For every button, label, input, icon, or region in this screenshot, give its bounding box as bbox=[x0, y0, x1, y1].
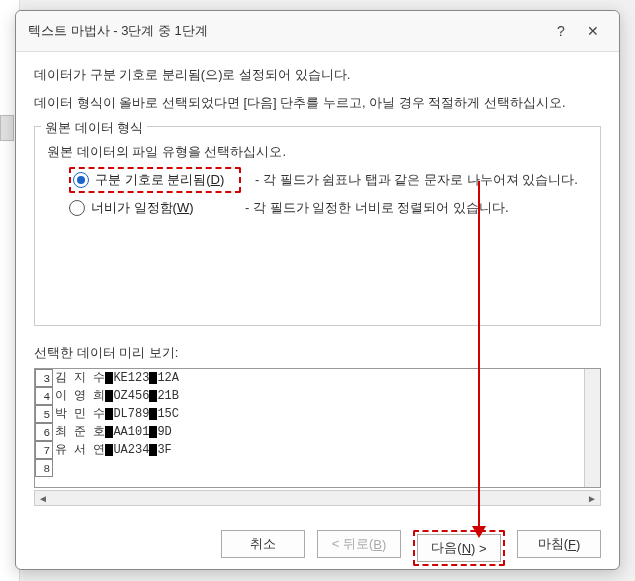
preview-row: 6최 준 호AA1019D bbox=[35, 423, 600, 441]
info-text-1: 데이터가 구분 기호로 분리됨(으)로 설정되어 있습니다. bbox=[34, 66, 601, 84]
cancel-button[interactable]: 취소 bbox=[221, 530, 305, 558]
scroll-left-icon[interactable]: ◄ bbox=[35, 490, 51, 506]
titlebar: 텍스트 마법사 - 3단계 중 1단계 ? ✕ bbox=[16, 11, 619, 52]
radio-row-delimited[interactable]: 구분 기호로 분리됨(D) - 각 필드가 쉼표나 탭과 같은 문자로 나누어져… bbox=[47, 167, 588, 193]
preview-row: 8 bbox=[35, 459, 600, 477]
scroll-right-icon[interactable]: ► bbox=[584, 490, 600, 506]
preview-scrollbar-vertical[interactable] bbox=[584, 369, 600, 487]
radio-fixedwidth-desc: - 각 필드가 일정한 너비로 정렬되어 있습니다. bbox=[245, 199, 509, 217]
preview-row-text: 박 민 수DL78915C bbox=[53, 405, 179, 423]
groupbox-title: 원본 데이터 형식 bbox=[41, 119, 147, 137]
sheet-row-header bbox=[0, 115, 14, 141]
dialog-body: 데이터가 구분 기호로 분리됨(으)로 설정되어 있습니다. 데이터 형식이 올… bbox=[16, 52, 619, 518]
annotation-arrow-line bbox=[478, 181, 480, 529]
preview-row: 3김 지 수KE12312A bbox=[35, 369, 600, 387]
radio-fixedwidth[interactable] bbox=[69, 200, 85, 216]
button-row: 취소 < 뒤로(B) 다음(N) > 마침(F) bbox=[16, 518, 619, 580]
radio-delimited-label: 구분 기호로 분리됨(D) bbox=[95, 171, 235, 189]
radio-row-fixedwidth[interactable]: 너비가 일정함(W) - 각 필드가 일정한 너비로 정렬되어 있습니다. bbox=[47, 199, 588, 217]
preview-row-text bbox=[53, 459, 55, 477]
preview-row-number: 3 bbox=[35, 369, 53, 387]
preview-row-number: 7 bbox=[35, 441, 53, 459]
preview-row-text: 김 지 수KE12312A bbox=[53, 369, 179, 387]
info-text-2: 데이터 형식이 올바로 선택되었다면 [다음] 단추를 누르고, 아닐 경우 적… bbox=[34, 94, 601, 112]
preview-scrollbar-horizontal[interactable]: ◄ ► bbox=[34, 490, 601, 506]
radio-delimited-desc: - 각 필드가 쉼표나 탭과 같은 문자로 나누어져 있습니다. bbox=[255, 171, 578, 189]
close-button[interactable]: ✕ bbox=[579, 19, 607, 43]
annotation-highlight-delimited: 구분 기호로 분리됨(D) bbox=[69, 167, 241, 193]
groupbox-instruction: 원본 데이터의 파일 유형을 선택하십시오. bbox=[47, 143, 588, 161]
preview-row-number: 6 bbox=[35, 423, 53, 441]
back-button: < 뒤로(B) bbox=[317, 530, 401, 558]
preview-row-text: 유 서 연UA2343F bbox=[53, 441, 172, 459]
annotation-arrow-head-icon bbox=[472, 526, 486, 538]
data-preview-box: 3김 지 수KE12312A4이 영 희OZ45621B5박 민 수DL7891… bbox=[34, 368, 601, 488]
text-wizard-dialog: 텍스트 마법사 - 3단계 중 1단계 ? ✕ 데이터가 구분 기호로 분리됨(… bbox=[15, 10, 620, 570]
preview-row: 4이 영 희OZ45621B bbox=[35, 387, 600, 405]
preview-row-number: 4 bbox=[35, 387, 53, 405]
dialog-title: 텍스트 마법사 - 3단계 중 1단계 bbox=[28, 22, 543, 40]
preview-label: 선택한 데이터 미리 보기: bbox=[34, 344, 601, 362]
preview-row: 5박 민 수DL78915C bbox=[35, 405, 600, 423]
preview-row-number: 8 bbox=[35, 459, 53, 477]
finish-button[interactable]: 마침(F) bbox=[517, 530, 601, 558]
annotation-highlight-next: 다음(N) > bbox=[413, 530, 505, 566]
preview-row: 7유 서 연UA2343F bbox=[35, 441, 600, 459]
preview-row-number: 5 bbox=[35, 405, 53, 423]
preview-row-text: 최 준 호AA1019D bbox=[53, 423, 172, 441]
radio-fixedwidth-label: 너비가 일정함(W) bbox=[91, 199, 231, 217]
next-button[interactable]: 다음(N) > bbox=[417, 534, 501, 562]
help-button[interactable]: ? bbox=[547, 19, 575, 43]
source-data-groupbox: 원본 데이터 형식 원본 데이터의 파일 유형을 선택하십시오. 구분 기호로 … bbox=[34, 126, 601, 326]
preview-row-text: 이 영 희OZ45621B bbox=[53, 387, 179, 405]
radio-delimited[interactable] bbox=[73, 172, 89, 188]
